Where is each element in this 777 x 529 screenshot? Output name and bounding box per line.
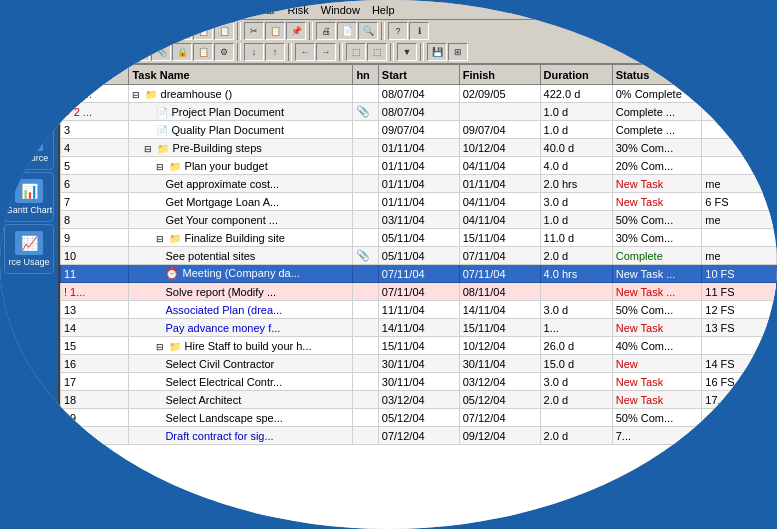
sidebar-btn-resource[interactable]: 👤 Resource (4, 120, 54, 170)
cell-id: 14 (61, 319, 129, 337)
tb-btn-r4[interactable]: 📋 (193, 43, 213, 61)
cell-hn (353, 373, 378, 391)
tb-btn-r3[interactable]: 🔒 (172, 43, 192, 61)
tb-btn-1[interactable]: 🖨 (130, 22, 150, 40)
cell-duration: 2.0 d (540, 247, 612, 265)
cell-status: 30% Com... (612, 229, 702, 247)
cell-pred (702, 121, 777, 139)
menu-actions[interactable]: ctions (190, 4, 219, 16)
cell-name[interactable]: Get Your component ... (129, 211, 353, 229)
cell-status: Complete (612, 247, 702, 265)
cell-name[interactable]: ⊟ 📁 Hire Staff to build your h... (129, 337, 353, 355)
cell-hn (353, 283, 378, 301)
tb-btn-r9[interactable]: → (316, 43, 336, 61)
cell-id: ● 2 ... (61, 103, 129, 121)
tb-btn-2[interactable]: 💾 (151, 22, 171, 40)
cell-status: New (612, 355, 702, 373)
cell-id: 6 (61, 175, 129, 193)
tb-btn-r5[interactable]: ⚙ (214, 43, 234, 61)
sidebar-btn-plan[interactable]: 📋 Plan (4, 68, 54, 118)
cell-name[interactable]: Select Landscape spe... (129, 409, 353, 427)
cell-name[interactable]: Pay advance money f... (129, 319, 353, 337)
cell-start: 08/07/04 (378, 103, 459, 121)
cell-hn (353, 319, 378, 337)
sidebar-btn-gantt[interactable]: 📊 Gantt Chart (4, 172, 54, 222)
cell-name[interactable]: Solve report (Modify ... (129, 283, 353, 301)
cell-finish: 08/11/04 (459, 283, 540, 301)
cell-name[interactable]: ⊟ 📁 Pre-Building steps (129, 139, 353, 157)
tb-btn-r7[interactable]: ↑ (265, 43, 285, 61)
cell-id: 13 (61, 301, 129, 319)
cell-finish: 03/12/04 (459, 373, 540, 391)
tb-btn-10[interactable]: 📄 (337, 22, 357, 40)
cell-start: 05/11/04 (378, 229, 459, 247)
tb-btn-4[interactable]: 📋 (193, 22, 213, 40)
toolbar-area: 🖨 💾 🔒 📋 📋 ✂ 📋 📌 🖨 📄 🔍 ? ℹ 📋 📎 🔒 📋 ⚙ ↓ (0, 20, 777, 64)
cell-id: 5 (61, 157, 129, 175)
cell-name[interactable]: Select Electrical Contr... (129, 373, 353, 391)
cell-hn (353, 139, 378, 157)
tb-btn-r6[interactable]: ↓ (244, 43, 264, 61)
cell-start: 08/07/04 (378, 85, 459, 103)
table-row: 15 ⊟ 📁 Hire Staff to build your h... 15/… (61, 337, 777, 355)
tb-btn-r8[interactable]: ← (295, 43, 315, 61)
tb-btn-11[interactable]: 🔍 (358, 22, 378, 40)
cell-finish: 10/12/04 (459, 337, 540, 355)
cell-finish: 09/12/04 (459, 427, 540, 445)
tb-btn-9[interactable]: 🖨 (316, 22, 336, 40)
tb-btn-filter[interactable]: ▼ (397, 43, 417, 61)
cell-name[interactable]: Associated Plan (drea... (129, 301, 353, 319)
cell-duration: 4.0 hrs (540, 265, 612, 283)
menu-window[interactable]: Window (321, 4, 360, 16)
tb-sep-1 (237, 22, 241, 40)
tb-btn-r1[interactable]: 📋 (130, 43, 150, 61)
tb-sep-r1 (237, 43, 241, 61)
tb-btn-help[interactable]: ? (388, 22, 408, 40)
col-task-name: Task Name (129, 65, 353, 85)
cell-status: 0% Complete (612, 85, 702, 103)
table-row: 20 Draft contract for sig... 07/12/04 09… (61, 427, 777, 445)
tb-btn-3[interactable]: 🔒 (172, 22, 192, 40)
cell-duration: 1.0 d (540, 103, 612, 121)
cell-name[interactable]: 📄 Project Plan Document (129, 103, 353, 121)
cell-name[interactable]: Get approximate cost... (129, 175, 353, 193)
cell-duration: 2.0 d (540, 391, 612, 409)
cell-name[interactable]: ⊟ 📁 Plan your budget (129, 157, 353, 175)
cell-name[interactable]: Select Architect (129, 391, 353, 409)
cell-finish: 15/11/04 (459, 319, 540, 337)
cell-status: New Task (612, 373, 702, 391)
tb-btn-grid[interactable]: ⊞ (448, 43, 468, 61)
cell-name[interactable]: See potential sites (129, 247, 353, 265)
cell-pred: 10 FS (702, 265, 777, 283)
tb-btn-5[interactable]: 📋 (214, 22, 234, 40)
cell-name[interactable]: ⊟ 📁 Finalize Building site (129, 229, 353, 247)
table-header-row: Task ID Task Name hn Start Finish Durati… (61, 65, 777, 85)
cell-name[interactable]: Select Civil Contractor (129, 355, 353, 373)
task-table: Task ID Task Name hn Start Finish Durati… (60, 64, 777, 445)
tb-btn-6[interactable]: ✂ (244, 22, 264, 40)
tb-btn-info[interactable]: ℹ (409, 22, 429, 40)
cell-id: 4 (61, 139, 129, 157)
cell-name[interactable]: Draft contract for sig... (129, 427, 353, 445)
cell-name[interactable]: ⏰ Meeting (Company da... (129, 265, 353, 283)
menu-calendar[interactable]: Calendar (231, 4, 276, 16)
menu-help[interactable]: Help (372, 4, 395, 16)
menu-risk[interactable]: Risk (287, 4, 308, 16)
tb-btn-save[interactable]: 💾 (427, 43, 447, 61)
tb-btn-8[interactable]: 📌 (286, 22, 306, 40)
cell-hn (353, 175, 378, 193)
main-area: 📋 Plan 👤 Resource 📊 Gantt Chart 📈 rce Us… (0, 64, 777, 529)
cell-hn (353, 85, 378, 103)
cell-finish (459, 103, 540, 121)
cell-id: 9 (61, 229, 129, 247)
tb-btn-7[interactable]: 📋 (265, 22, 285, 40)
cell-name[interactable]: 📄 Quality Plan Document (129, 121, 353, 139)
tb-btn-r2[interactable]: 📎 (151, 43, 171, 61)
table-row: ● 2 ... 📄 Project Plan Document 📎 08/07/… (61, 103, 777, 121)
sidebar-btn-usage[interactable]: 📈 rce Usage (4, 224, 54, 274)
tb-btn-r10[interactable]: ⬚ (346, 43, 366, 61)
cell-name[interactable]: ⊟ 📁 dreamhouse () (129, 85, 353, 103)
tb-btn-r11[interactable]: ⬚ (367, 43, 387, 61)
cell-name[interactable]: Get Mortgage Loan A... (129, 193, 353, 211)
menubar: ctions Calendar Risk Window Help (0, 0, 777, 20)
